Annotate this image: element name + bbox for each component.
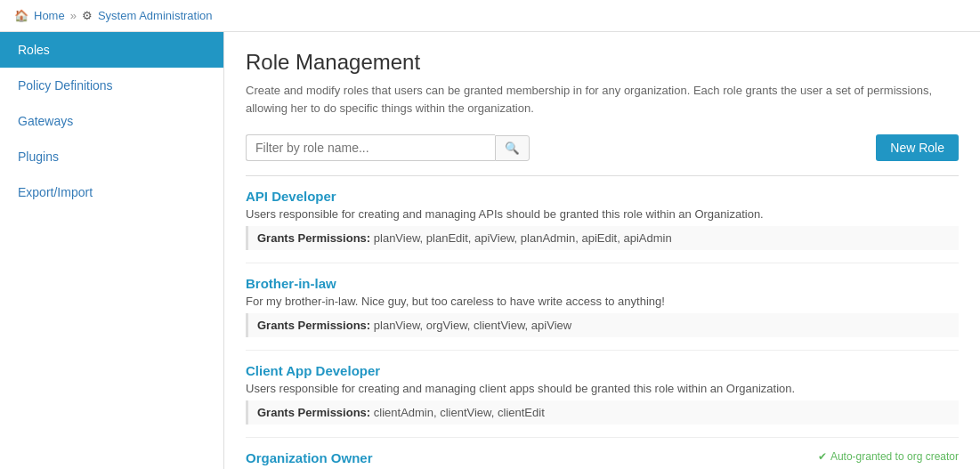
permissions-value: planView, orgView, clientView, apiView (374, 319, 571, 332)
role-item: Organization Owner ✔ Auto-granted to org… (246, 438, 959, 469)
role-name[interactable]: Client App Developer (246, 363, 380, 378)
sidebar: Roles Policy Definitions Gateways Plugin… (0, 32, 224, 469)
permissions-value: planView, planEdit, apiView, planAdmin, … (374, 231, 672, 245)
permissions-value: clientAdmin, clientView, clientEdit (374, 406, 545, 419)
auto-granted-badge: ✔ Auto-granted to org creator (818, 450, 959, 463)
role-name[interactable]: Brother-in-law (246, 276, 336, 291)
permissions-label: Grants Permissions: (257, 406, 370, 419)
sidebar-item-export-import[interactable]: Export/Import (0, 174, 223, 210)
role-header: Client App Developer (246, 363, 959, 378)
role-item: Brother-in-law For my brother-in-law. Ni… (246, 263, 959, 351)
page-title: Role Management (246, 50, 959, 75)
main-content: Role Management Create and modify roles … (224, 32, 980, 469)
role-item: API Developer Users responsible for crea… (246, 176, 959, 263)
role-name[interactable]: API Developer (246, 189, 336, 204)
page-description: Create and modify roles that users can b… (246, 82, 959, 117)
search-button[interactable]: 🔍 (495, 135, 530, 161)
toolbar: 🔍 New Role (246, 134, 959, 161)
sidebar-item-plugins[interactable]: Plugins (0, 139, 223, 174)
permissions-label: Grants Permissions: (257, 231, 370, 245)
sidebar-item-roles[interactable]: Roles (0, 32, 223, 68)
gear-icon: ⚙ (82, 9, 93, 22)
search-icon: 🔍 (505, 142, 520, 155)
breadcrumb-section-link[interactable]: System Administration (98, 9, 213, 22)
role-header: API Developer (246, 189, 959, 204)
role-permissions: Grants Permissions: clientAdmin, clientV… (246, 400, 959, 425)
breadcrumb-separator: » (70, 9, 77, 22)
auto-granted-label: Auto-granted to org creator (830, 450, 959, 463)
role-item: Client App Developer Users responsible f… (246, 351, 959, 438)
role-description: For my brother-in-law. Nice guy, but too… (246, 295, 959, 308)
role-permissions: Grants Permissions: planView, orgView, c… (246, 313, 959, 337)
home-icon: 🏠 (14, 9, 28, 22)
role-header: Brother-in-law (246, 276, 959, 291)
permissions-label: Grants Permissions: (257, 319, 370, 332)
role-description: Users responsible for creating and manag… (246, 207, 959, 221)
breadcrumb: 🏠 Home » ⚙ System Administration (0, 0, 980, 32)
filter-input[interactable] (246, 134, 495, 161)
new-role-button[interactable]: New Role (876, 134, 959, 161)
sidebar-item-policy-definitions[interactable]: Policy Definitions (0, 68, 223, 103)
role-description: Users responsible for creating and manag… (246, 382, 959, 395)
role-name[interactable]: Organization Owner (246, 450, 373, 465)
sidebar-item-gateways[interactable]: Gateways (0, 103, 223, 139)
role-header: Organization Owner ✔ Auto-granted to org… (246, 450, 959, 465)
check-icon: ✔ (818, 450, 827, 463)
roles-list: API Developer Users responsible for crea… (246, 175, 959, 469)
breadcrumb-home-link[interactable]: Home (34, 9, 65, 22)
role-permissions: Grants Permissions: planView, planEdit, … (246, 226, 959, 250)
